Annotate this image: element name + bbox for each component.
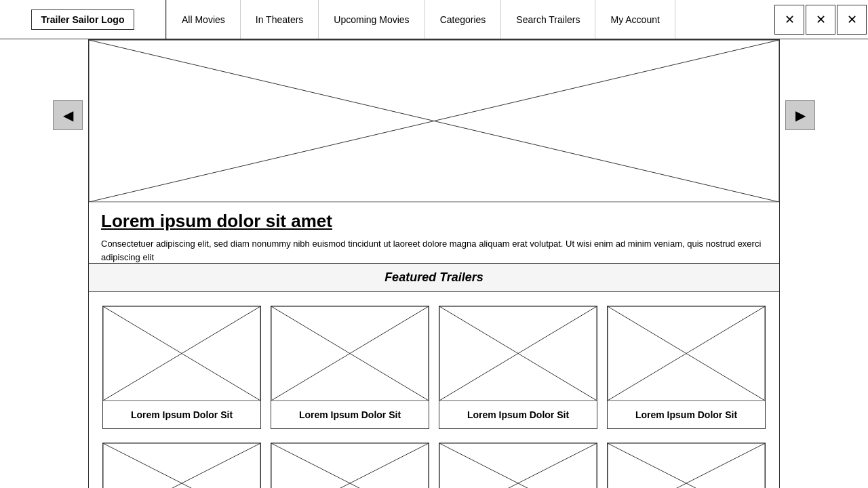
movie-thumb-2 [271,306,429,401]
featured-heading: Featured Trailers [89,264,779,292]
movie-thumb-1 [103,306,260,401]
logo: Trailer Sailor Logo [31,9,135,30]
nav-icons: ✕ ✕ ✕ [774,0,868,39]
nav-upcoming-movies[interactable]: Upcoming Movies [319,0,425,39]
svg-rect-18 [271,443,429,488]
hero-prev-button[interactable]: ◀ [53,100,83,130]
featured-section: Featured Trailers Lorem Ipsum Dolor Sit [88,263,780,488]
hero-description: Consectetuer adipiscing elit, sed diam n… [101,237,767,264]
movie-card-4[interactable]: Lorem Ipsum Dolor Sit [607,306,766,429]
nav-in-theaters[interactable]: In Theaters [241,0,319,39]
movie-thumb-3 [439,306,597,401]
movie-label-2: Lorem Ipsum Dolor Sit [271,401,429,428]
svg-rect-21 [439,443,597,488]
nav-icon-3[interactable]: ✕ [837,5,867,35]
movie-thumb-4 [608,306,765,401]
partial-card-4[interactable] [607,443,766,488]
movie-label-3: Lorem Ipsum Dolor Sit [439,401,597,428]
hero-next-button[interactable]: ▶ [785,100,815,130]
hero-container: Lorem ipsum dolor sit amet Consectetuer … [88,39,780,264]
movie-card-1[interactable]: Lorem Ipsum Dolor Sit [102,306,261,429]
logo-label: Trailer Sailor Logo [41,14,125,25]
partial-card-1[interactable] [102,443,261,488]
svg-rect-15 [103,443,260,488]
nav-categories[interactable]: Categories [425,0,502,39]
nav-all-movies[interactable]: All Movies [166,0,241,39]
movie-card-3[interactable]: Lorem Ipsum Dolor Sit [439,306,597,429]
hero-image [89,40,779,203]
featured-grid: Lorem Ipsum Dolor Sit Lorem Ipsum Dolor … [89,292,779,443]
hero-title: Lorem ipsum dolor sit amet [101,211,767,232]
hero-section: Lorem ipsum dolor sit amet Consectetuer … [88,39,780,264]
logo-area: Trailer Sailor Logo [0,0,166,39]
main-nav: Trailer Sailor Logo All Movies In Theate… [0,0,868,39]
movie-label-1: Lorem Ipsum Dolor Sit [103,401,260,428]
partial-card-2[interactable] [271,443,429,488]
nav-icon-2[interactable]: ✕ [806,5,835,35]
partial-card-3[interactable] [439,443,597,488]
movie-card-2[interactable]: Lorem Ipsum Dolor Sit [271,306,429,429]
movie-label-4: Lorem Ipsum Dolor Sit [608,401,765,428]
hero-text-area: Lorem ipsum dolor sit amet Consectetuer … [89,203,779,264]
svg-rect-24 [608,443,765,488]
nav-icon-1[interactable]: ✕ [774,5,804,35]
nav-search-trailers[interactable]: Search Trailers [501,0,595,39]
nav-links: All Movies In Theaters Upcoming Movies C… [166,0,774,39]
second-row [89,443,779,488]
nav-my-account[interactable]: My Account [595,0,675,39]
